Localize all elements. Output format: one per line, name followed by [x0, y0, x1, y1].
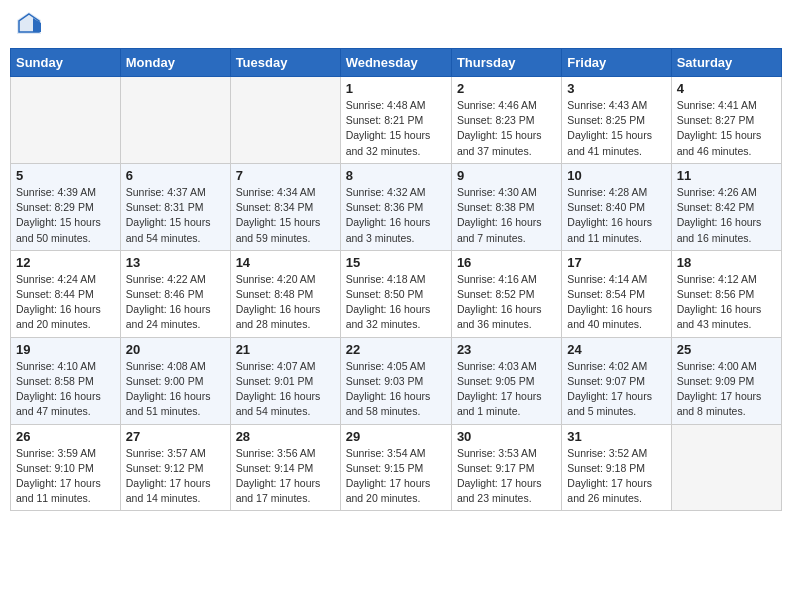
- day-number: 26: [16, 429, 115, 444]
- day-info: Sunrise: 4:18 AM Sunset: 8:50 PM Dayligh…: [346, 272, 446, 333]
- calendar-cell: 16Sunrise: 4:16 AM Sunset: 8:52 PM Dayli…: [451, 250, 561, 337]
- day-info: Sunrise: 4:30 AM Sunset: 8:38 PM Dayligh…: [457, 185, 556, 246]
- day-info: Sunrise: 3:56 AM Sunset: 9:14 PM Dayligh…: [236, 446, 335, 507]
- day-number: 12: [16, 255, 115, 270]
- calendar-week-row: 5Sunrise: 4:39 AM Sunset: 8:29 PM Daylig…: [11, 163, 782, 250]
- day-info: Sunrise: 3:57 AM Sunset: 9:12 PM Dayligh…: [126, 446, 225, 507]
- day-info: Sunrise: 4:48 AM Sunset: 8:21 PM Dayligh…: [346, 98, 446, 159]
- day-info: Sunrise: 4:43 AM Sunset: 8:25 PM Dayligh…: [567, 98, 665, 159]
- day-info: Sunrise: 4:10 AM Sunset: 8:58 PM Dayligh…: [16, 359, 115, 420]
- calendar-cell: [120, 77, 230, 164]
- calendar-cell: 24Sunrise: 4:02 AM Sunset: 9:07 PM Dayli…: [562, 337, 671, 424]
- calendar-cell: 17Sunrise: 4:14 AM Sunset: 8:54 PM Dayli…: [562, 250, 671, 337]
- day-info: Sunrise: 4:41 AM Sunset: 8:27 PM Dayligh…: [677, 98, 776, 159]
- calendar-cell: 26Sunrise: 3:59 AM Sunset: 9:10 PM Dayli…: [11, 424, 121, 511]
- calendar-cell: 6Sunrise: 4:37 AM Sunset: 8:31 PM Daylig…: [120, 163, 230, 250]
- day-number: 10: [567, 168, 665, 183]
- calendar-cell: 7Sunrise: 4:34 AM Sunset: 8:34 PM Daylig…: [230, 163, 340, 250]
- day-info: Sunrise: 4:00 AM Sunset: 9:09 PM Dayligh…: [677, 359, 776, 420]
- calendar-week-row: 19Sunrise: 4:10 AM Sunset: 8:58 PM Dayli…: [11, 337, 782, 424]
- day-info: Sunrise: 3:53 AM Sunset: 9:17 PM Dayligh…: [457, 446, 556, 507]
- calendar-week-row: 1Sunrise: 4:48 AM Sunset: 8:21 PM Daylig…: [11, 77, 782, 164]
- day-info: Sunrise: 4:34 AM Sunset: 8:34 PM Dayligh…: [236, 185, 335, 246]
- day-number: 14: [236, 255, 335, 270]
- calendar-cell: 30Sunrise: 3:53 AM Sunset: 9:17 PM Dayli…: [451, 424, 561, 511]
- day-number: 16: [457, 255, 556, 270]
- weekday-header: Sunday: [11, 49, 121, 77]
- day-info: Sunrise: 4:14 AM Sunset: 8:54 PM Dayligh…: [567, 272, 665, 333]
- day-info: Sunrise: 4:39 AM Sunset: 8:29 PM Dayligh…: [16, 185, 115, 246]
- calendar-table: SundayMondayTuesdayWednesdayThursdayFrid…: [10, 48, 782, 511]
- weekday-header: Wednesday: [340, 49, 451, 77]
- calendar-cell: 23Sunrise: 4:03 AM Sunset: 9:05 PM Dayli…: [451, 337, 561, 424]
- calendar-cell: [230, 77, 340, 164]
- day-number: 21: [236, 342, 335, 357]
- day-number: 29: [346, 429, 446, 444]
- weekday-header: Thursday: [451, 49, 561, 77]
- day-info: Sunrise: 4:24 AM Sunset: 8:44 PM Dayligh…: [16, 272, 115, 333]
- calendar-cell: 11Sunrise: 4:26 AM Sunset: 8:42 PM Dayli…: [671, 163, 781, 250]
- calendar-cell: 12Sunrise: 4:24 AM Sunset: 8:44 PM Dayli…: [11, 250, 121, 337]
- day-number: 9: [457, 168, 556, 183]
- day-info: Sunrise: 4:20 AM Sunset: 8:48 PM Dayligh…: [236, 272, 335, 333]
- calendar-cell: [671, 424, 781, 511]
- day-info: Sunrise: 4:07 AM Sunset: 9:01 PM Dayligh…: [236, 359, 335, 420]
- day-number: 23: [457, 342, 556, 357]
- calendar-cell: 19Sunrise: 4:10 AM Sunset: 8:58 PM Dayli…: [11, 337, 121, 424]
- day-info: Sunrise: 4:16 AM Sunset: 8:52 PM Dayligh…: [457, 272, 556, 333]
- day-number: 18: [677, 255, 776, 270]
- weekday-header: Tuesday: [230, 49, 340, 77]
- calendar-cell: 13Sunrise: 4:22 AM Sunset: 8:46 PM Dayli…: [120, 250, 230, 337]
- calendar-cell: 15Sunrise: 4:18 AM Sunset: 8:50 PM Dayli…: [340, 250, 451, 337]
- calendar-cell: 21Sunrise: 4:07 AM Sunset: 9:01 PM Dayli…: [230, 337, 340, 424]
- day-number: 1: [346, 81, 446, 96]
- day-info: Sunrise: 4:02 AM Sunset: 9:07 PM Dayligh…: [567, 359, 665, 420]
- day-info: Sunrise: 3:54 AM Sunset: 9:15 PM Dayligh…: [346, 446, 446, 507]
- calendar-header-row: SundayMondayTuesdayWednesdayThursdayFrid…: [11, 49, 782, 77]
- day-number: 13: [126, 255, 225, 270]
- calendar-week-row: 26Sunrise: 3:59 AM Sunset: 9:10 PM Dayli…: [11, 424, 782, 511]
- calendar-cell: 27Sunrise: 3:57 AM Sunset: 9:12 PM Dayli…: [120, 424, 230, 511]
- calendar-cell: 20Sunrise: 4:08 AM Sunset: 9:00 PM Dayli…: [120, 337, 230, 424]
- weekday-header: Friday: [562, 49, 671, 77]
- day-number: 19: [16, 342, 115, 357]
- day-number: 31: [567, 429, 665, 444]
- page-header: [10, 10, 782, 38]
- day-info: Sunrise: 4:26 AM Sunset: 8:42 PM Dayligh…: [677, 185, 776, 246]
- calendar-cell: 4Sunrise: 4:41 AM Sunset: 8:27 PM Daylig…: [671, 77, 781, 164]
- day-info: Sunrise: 4:08 AM Sunset: 9:00 PM Dayligh…: [126, 359, 225, 420]
- day-number: 15: [346, 255, 446, 270]
- day-info: Sunrise: 3:59 AM Sunset: 9:10 PM Dayligh…: [16, 446, 115, 507]
- calendar-cell: 22Sunrise: 4:05 AM Sunset: 9:03 PM Dayli…: [340, 337, 451, 424]
- day-number: 27: [126, 429, 225, 444]
- calendar-cell: 28Sunrise: 3:56 AM Sunset: 9:14 PM Dayli…: [230, 424, 340, 511]
- day-info: Sunrise: 3:52 AM Sunset: 9:18 PM Dayligh…: [567, 446, 665, 507]
- calendar-cell: 5Sunrise: 4:39 AM Sunset: 8:29 PM Daylig…: [11, 163, 121, 250]
- calendar-cell: 3Sunrise: 4:43 AM Sunset: 8:25 PM Daylig…: [562, 77, 671, 164]
- calendar-cell: 25Sunrise: 4:00 AM Sunset: 9:09 PM Dayli…: [671, 337, 781, 424]
- day-info: Sunrise: 4:12 AM Sunset: 8:56 PM Dayligh…: [677, 272, 776, 333]
- calendar-cell: [11, 77, 121, 164]
- weekday-header: Saturday: [671, 49, 781, 77]
- day-number: 25: [677, 342, 776, 357]
- calendar-cell: 8Sunrise: 4:32 AM Sunset: 8:36 PM Daylig…: [340, 163, 451, 250]
- calendar-cell: 2Sunrise: 4:46 AM Sunset: 8:23 PM Daylig…: [451, 77, 561, 164]
- day-number: 3: [567, 81, 665, 96]
- weekday-header: Monday: [120, 49, 230, 77]
- day-number: 8: [346, 168, 446, 183]
- day-info: Sunrise: 4:28 AM Sunset: 8:40 PM Dayligh…: [567, 185, 665, 246]
- day-number: 4: [677, 81, 776, 96]
- day-number: 6: [126, 168, 225, 183]
- calendar-cell: 29Sunrise: 3:54 AM Sunset: 9:15 PM Dayli…: [340, 424, 451, 511]
- calendar-cell: 18Sunrise: 4:12 AM Sunset: 8:56 PM Dayli…: [671, 250, 781, 337]
- day-number: 30: [457, 429, 556, 444]
- day-info: Sunrise: 4:22 AM Sunset: 8:46 PM Dayligh…: [126, 272, 225, 333]
- day-number: 20: [126, 342, 225, 357]
- calendar-cell: 10Sunrise: 4:28 AM Sunset: 8:40 PM Dayli…: [562, 163, 671, 250]
- logo: [15, 10, 45, 38]
- calendar-cell: 1Sunrise: 4:48 AM Sunset: 8:21 PM Daylig…: [340, 77, 451, 164]
- calendar-week-row: 12Sunrise: 4:24 AM Sunset: 8:44 PM Dayli…: [11, 250, 782, 337]
- day-number: 5: [16, 168, 115, 183]
- day-number: 24: [567, 342, 665, 357]
- day-number: 11: [677, 168, 776, 183]
